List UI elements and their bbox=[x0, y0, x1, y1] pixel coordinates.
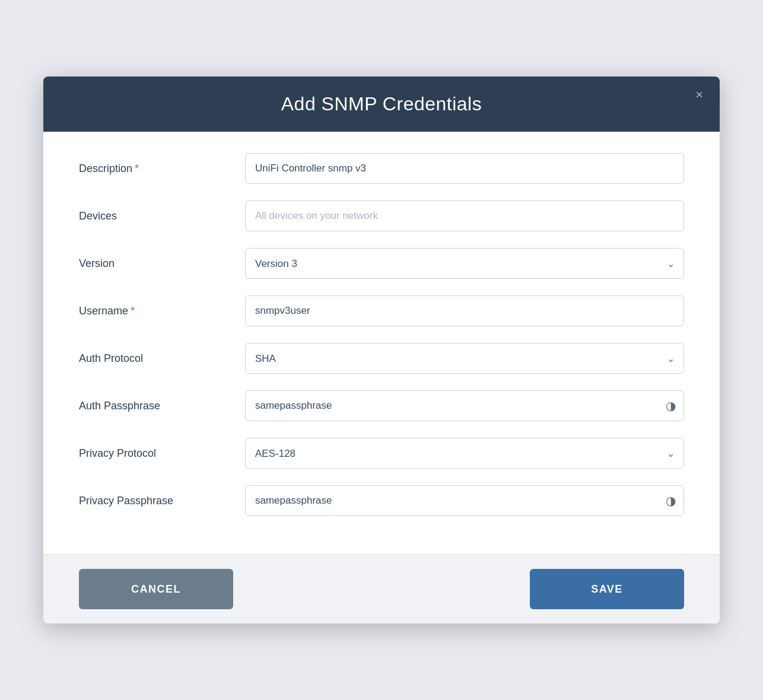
required-star: * bbox=[135, 163, 139, 174]
version-select[interactable]: Version 1 Version 2c Version 3 bbox=[245, 248, 684, 279]
devices-label: Devices bbox=[79, 210, 245, 222]
modal-title: Add SNMP Credentials bbox=[281, 93, 482, 115]
description-row: Description* bbox=[79, 153, 684, 184]
privacy-passphrase-label: Privacy Passphrase bbox=[79, 495, 245, 507]
close-button[interactable]: × bbox=[691, 86, 708, 104]
auth-protocol-select-wrapper: MD5 SHA SHA-256 SHA-512 ⌄ bbox=[245, 343, 684, 374]
privacy-passphrase-wrapper: ◑ bbox=[245, 485, 684, 516]
modal-body: Description* Devices Version Version 1 V… bbox=[43, 132, 720, 554]
auth-protocol-label: Auth Protocol bbox=[79, 352, 245, 365]
auth-passphrase-label: Auth Passphrase bbox=[79, 400, 245, 412]
username-label: Username* bbox=[79, 305, 245, 317]
devices-row: Devices bbox=[79, 201, 684, 231]
modal-header: Add SNMP Credentials × bbox=[43, 77, 720, 132]
auth-passphrase-row: Auth Passphrase ◑ bbox=[79, 390, 684, 421]
privacy-passphrase-input[interactable] bbox=[245, 485, 684, 516]
description-input[interactable] bbox=[245, 153, 684, 184]
modal-container: Add SNMP Credentials × Description* Devi… bbox=[43, 77, 720, 623]
privacy-protocol-select[interactable]: DES AES-128 AES-192 AES-256 bbox=[245, 438, 684, 469]
version-row: Version Version 1 Version 2c Version 3 ⌄ bbox=[79, 248, 684, 279]
required-star-username: * bbox=[131, 305, 135, 317]
username-row: Username* bbox=[79, 295, 684, 326]
version-select-wrapper: Version 1 Version 2c Version 3 ⌄ bbox=[245, 248, 684, 279]
eye-icon-privacy[interactable]: ◑ bbox=[666, 494, 676, 508]
privacy-protocol-row: Privacy Protocol DES AES-128 AES-192 AES… bbox=[79, 438, 684, 469]
auth-protocol-row: Auth Protocol MD5 SHA SHA-256 SHA-512 ⌄ bbox=[79, 343, 684, 374]
version-label: Version bbox=[79, 257, 245, 270]
eye-icon-auth[interactable]: ◑ bbox=[666, 399, 676, 413]
username-input[interactable] bbox=[245, 295, 684, 326]
auth-protocol-select[interactable]: MD5 SHA SHA-256 SHA-512 bbox=[245, 343, 684, 374]
save-button[interactable]: SAVE bbox=[530, 569, 684, 609]
privacy-protocol-label: Privacy Protocol bbox=[79, 447, 245, 460]
privacy-protocol-select-wrapper: DES AES-128 AES-192 AES-256 ⌄ bbox=[245, 438, 684, 469]
auth-passphrase-wrapper: ◑ bbox=[245, 390, 684, 421]
description-label: Description* bbox=[79, 163, 245, 175]
cancel-button[interactable]: CANCEL bbox=[79, 569, 233, 609]
modal-footer: CANCEL SAVE bbox=[43, 554, 720, 623]
privacy-passphrase-row: Privacy Passphrase ◑ bbox=[79, 485, 684, 516]
devices-input[interactable] bbox=[245, 201, 684, 231]
auth-passphrase-input[interactable] bbox=[245, 390, 684, 421]
